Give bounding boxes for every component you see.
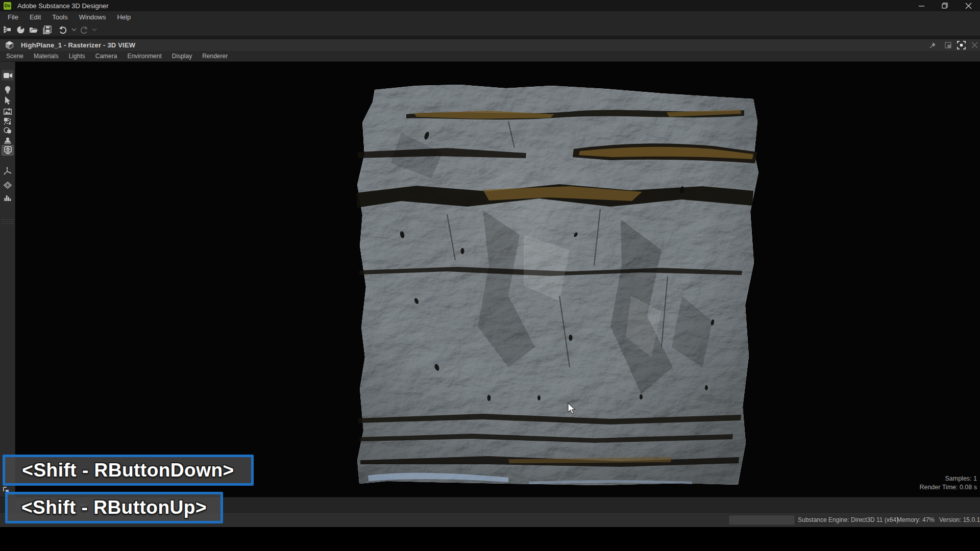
menubar: File Edit Tools Windows Help: [0, 11, 980, 23]
wireframe-button[interactable]: [2, 180, 14, 190]
save-all-icon: [43, 26, 51, 34]
keycast-shift-rbuttondown: <Shift - RButtonDown>: [3, 455, 254, 486]
menu-environment[interactable]: Environment: [122, 51, 166, 62]
menu-tools[interactable]: Tools: [46, 11, 73, 23]
menu-display[interactable]: Display: [167, 51, 197, 62]
close-panel-button[interactable]: [969, 40, 980, 50]
undo-icon: [59, 26, 67, 34]
version-status: Version: 15.0.1: [939, 513, 980, 528]
3d-view-panel-header[interactable]: HighPlane_1 - Rasterizer - 3D VIEW: [0, 39, 980, 51]
histogram-icon: [4, 194, 11, 201]
new-substance-button[interactable]: [15, 24, 26, 35]
undo-history-button[interactable]: [70, 24, 78, 35]
render-time-stat: Render Time: 0.08 s: [919, 483, 977, 492]
menu-lights[interactable]: Lights: [64, 51, 90, 62]
rock-material-preview: [355, 82, 764, 497]
3d-view-menubar: Scene Materials Lights Camera Environmen…: [0, 51, 980, 62]
translate-axis-icon: [4, 167, 12, 175]
display-settings-icon: [4, 146, 12, 154]
panel-title: HighPlane_1 - Rasterizer - 3D VIEW: [21, 41, 135, 49]
new-substance-icon: [17, 26, 24, 34]
render-stats: Samples: 1 Render Time: 0.08 s: [919, 474, 977, 492]
material-spheres-icon: [4, 127, 12, 134]
close-icon: [966, 3, 971, 9]
open-folder-icon: [29, 26, 38, 33]
menu-windows[interactable]: Windows: [74, 11, 112, 23]
mouse-cursor: [568, 403, 578, 415]
minimize-button[interactable]: [910, 0, 933, 11]
chevron-down-icon: [72, 29, 76, 31]
minimize-icon: [919, 3, 924, 9]
avatar-camera-button[interactable]: [2, 135, 14, 145]
pin-panel-button[interactable]: [927, 40, 938, 50]
redo-icon: [80, 26, 88, 34]
restore-button[interactable]: [933, 0, 957, 11]
restore-icon: [942, 3, 948, 9]
material-spheres-button[interactable]: [2, 125, 14, 136]
avatar-camera-icon: [4, 137, 11, 144]
lights-button[interactable]: [2, 84, 14, 95]
menu-help[interactable]: Help: [111, 11, 136, 23]
expand-panel-button[interactable]: [955, 40, 967, 50]
footer-area: [0, 527, 980, 551]
samples-stat: Samples: 1: [919, 474, 977, 483]
float-window-button[interactable]: [942, 40, 953, 50]
menu-scene[interactable]: Scene: [1, 51, 29, 62]
cube-3d-icon: [5, 41, 14, 49]
titlebar: Ds Adobe Substance 3D Designer: [0, 0, 980, 11]
menu-edit[interactable]: Edit: [24, 11, 46, 23]
app-logo-icon: Ds: [4, 2, 11, 10]
translate-axis-button[interactable]: [2, 165, 14, 176]
wireframe-diamond-icon: [4, 182, 12, 189]
expand-icon: [958, 41, 965, 49]
pointer-icon: [5, 96, 11, 105]
menu-camera[interactable]: Camera: [90, 51, 122, 62]
close-button[interactable]: [957, 0, 980, 11]
menu-materials[interactable]: Materials: [29, 51, 64, 62]
window-title: Adobe Substance 3D Designer: [17, 2, 109, 10]
environment-image-icon: [4, 108, 12, 115]
viewport-toolbar: [0, 62, 15, 497]
progress-bar: [729, 515, 795, 525]
float-window-icon: [945, 42, 951, 48]
camera-view-icon: [4, 72, 12, 79]
pointer-button[interactable]: [2, 95, 14, 106]
menu-file[interactable]: File: [2, 11, 24, 23]
close-icon: [972, 42, 977, 48]
graph-link-button[interactable]: [2, 24, 13, 35]
histogram-button[interactable]: [2, 192, 14, 203]
environment-image-button[interactable]: [2, 106, 14, 116]
chevron-down-icon: [92, 29, 96, 31]
3d-viewport[interactable]: Samples: 1 Render Time: 0.08 s: [15, 62, 980, 497]
graph-link-icon: [3, 26, 11, 33]
dither-pattern-icon: [4, 118, 11, 125]
undo-button[interactable]: [57, 24, 68, 35]
redo-button[interactable]: [79, 24, 90, 35]
camera-view-button[interactable]: [2, 70, 14, 81]
light-bulb-icon: [5, 86, 11, 94]
display-settings-button[interactable]: [2, 145, 14, 156]
keycast-shift-rbuttonup: <Shift - RButtonUp>: [5, 492, 223, 523]
pin-icon: [929, 42, 936, 48]
redo-history-button[interactable]: [91, 24, 98, 35]
memory-status: Memory: 47%: [897, 513, 935, 528]
main-toolbar: [0, 23, 980, 36]
engine-status: Substance Engine: Direct3D 11 (x64): [798, 513, 898, 528]
toolbar-separator: [1, 219, 14, 224]
menu-renderer[interactable]: Renderer: [197, 51, 233, 62]
save-all-button[interactable]: [41, 24, 53, 35]
open-button[interactable]: [28, 24, 39, 35]
